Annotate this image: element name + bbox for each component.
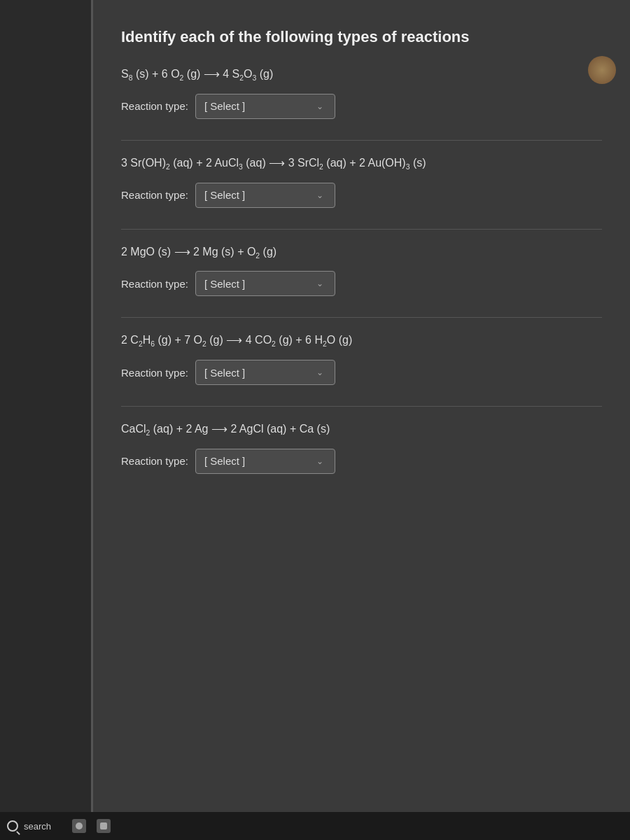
- reaction-block-3: 2 MgO (s) ⟶ 2 Mg (s) + O2 (g) Reaction t…: [121, 244, 602, 297]
- page-title: Identify each of the following types of …: [121, 28, 602, 46]
- left-sidebar: [0, 0, 91, 812]
- reaction-block-4: 2 C2H6 (g) + 7 O2 (g) ⟶ 4 CO2 (g) + 6 H2…: [121, 332, 602, 385]
- svg-rect-1: [100, 822, 107, 830]
- reaction-select-2[interactable]: [ Select ] ⌄: [195, 183, 335, 208]
- reaction-select-text-3: [ Select ]: [204, 278, 308, 290]
- chevron-down-icon-5: ⌄: [314, 455, 326, 468]
- reaction-equation-2: 3 Sr(OH)2 (aq) + 2 AuCl3 (aq) ⟶ 3 SrCl2 …: [121, 155, 602, 173]
- reaction-select-1[interactable]: [ Select ] ⌄: [195, 94, 335, 119]
- reaction-block-1: S8 (s) + 6 O2 (g) ⟶ 4 S2O3 (g) Reaction …: [121, 66, 602, 119]
- reaction-block-2: 3 Sr(OH)2 (aq) + 2 AuCl3 (aq) ⟶ 3 SrCl2 …: [121, 155, 602, 208]
- chevron-down-icon-3: ⌄: [314, 277, 326, 290]
- chevron-down-icon-4: ⌄: [314, 366, 326, 379]
- chevron-down-icon-1: ⌄: [314, 100, 326, 113]
- chevron-down-icon-2: ⌄: [314, 189, 326, 202]
- taskbar-search[interactable]: search: [7, 820, 51, 832]
- reaction-block-5: CaCl2 (aq) + 2 Ag ⟶ 2 AgCl (aq) + Ca (s)…: [121, 421, 602, 474]
- reaction-equation-4: 2 C2H6 (g) + 7 O2 (g) ⟶ 4 CO2 (g) + 6 H2…: [121, 332, 602, 350]
- reaction-select-4[interactable]: [ Select ] ⌄: [195, 360, 335, 385]
- reaction-select-3[interactable]: [ Select ] ⌄: [195, 271, 335, 296]
- reaction-type-row-5: Reaction type: [ Select ] ⌄: [121, 449, 602, 474]
- reaction-select-text-5: [ Select ]: [204, 455, 308, 467]
- reaction-type-label-1: Reaction type:: [121, 100, 188, 112]
- divider-3: [121, 317, 602, 318]
- search-label: search: [24, 821, 51, 832]
- svg-point-0: [76, 822, 83, 830]
- divider-2: [121, 229, 602, 230]
- taskbar-icon-2[interactable]: [97, 819, 111, 833]
- taskbar-icon-1[interactable]: [72, 819, 86, 833]
- search-icon: [7, 820, 18, 832]
- reaction-equation-3: 2 MgO (s) ⟶ 2 Mg (s) + O2 (g): [121, 244, 602, 262]
- reaction-equation-1: S8 (s) + 6 O2 (g) ⟶ 4 S2O3 (g): [121, 66, 602, 84]
- reaction-type-row-1: Reaction type: [ Select ] ⌄: [121, 94, 602, 119]
- reaction-select-text-4: [ Select ]: [204, 367, 308, 379]
- decoration-circle: [588, 56, 616, 84]
- main-screen: Identify each of the following types of …: [91, 0, 630, 812]
- reaction-type-row-2: Reaction type: [ Select ] ⌄: [121, 183, 602, 208]
- reaction-type-label-5: Reaction type:: [121, 455, 188, 467]
- content-area: Identify each of the following types of …: [93, 0, 630, 516]
- divider-4: [121, 406, 602, 407]
- reaction-type-label-2: Reaction type:: [121, 189, 188, 201]
- reaction-select-text-2: [ Select ]: [204, 189, 308, 201]
- taskbar: search: [0, 812, 630, 840]
- reaction-type-label-3: Reaction type:: [121, 278, 188, 290]
- divider-1: [121, 140, 602, 141]
- reaction-equation-5: CaCl2 (aq) + 2 Ag ⟶ 2 AgCl (aq) + Ca (s): [121, 421, 602, 439]
- reaction-select-5[interactable]: [ Select ] ⌄: [195, 449, 335, 474]
- reaction-type-label-4: Reaction type:: [121, 367, 188, 379]
- taskbar-icons: [72, 819, 111, 833]
- reaction-type-row-4: Reaction type: [ Select ] ⌄: [121, 360, 602, 385]
- reaction-type-row-3: Reaction type: [ Select ] ⌄: [121, 271, 602, 296]
- reaction-select-text-1: [ Select ]: [204, 100, 308, 112]
